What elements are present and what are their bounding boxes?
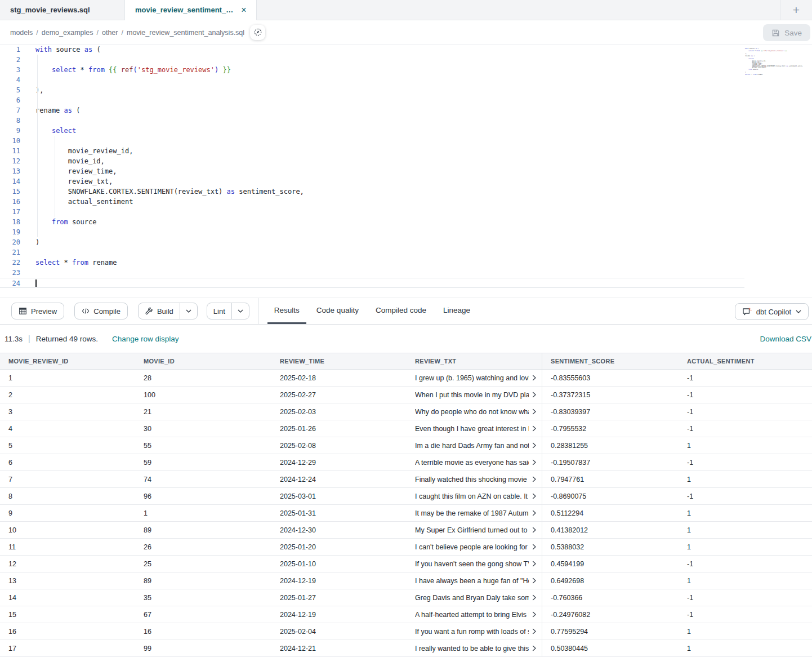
expand-cell-icon[interactable]: [532, 409, 537, 415]
code-line-3[interactable]: 3 select * from {{ ref('stg_movie_review…: [0, 65, 812, 75]
copilot-inline-button[interactable]: [250, 25, 265, 40]
code-line-23[interactable]: 23: [0, 268, 812, 278]
expand-cell-icon[interactable]: [532, 425, 537, 432]
code-line-13[interactable]: 13 review_time,: [0, 166, 812, 176]
new-tab-button[interactable]: +: [780, 0, 812, 20]
table-cell: If you want a fun romp with loads of s…: [407, 623, 542, 640]
code-line-20[interactable]: 20): [0, 237, 812, 247]
close-tab-icon[interactable]: ×: [241, 6, 246, 15]
code-line-1[interactable]: 1with source as (: [0, 45, 812, 55]
table-cell: 67: [135, 606, 271, 623]
expand-cell-icon[interactable]: [532, 628, 537, 634]
code-line-9[interactable]: 9 select: [0, 126, 812, 136]
table-cell: 0.41382012: [542, 522, 679, 538]
chevron-down-icon: [238, 309, 243, 313]
review-text: Im a die hard Dads Army fan and nothi…: [415, 442, 529, 450]
save-button[interactable]: Save: [763, 24, 810, 41]
table-cell: -1: [679, 387, 812, 403]
code-line-10[interactable]: 10: [0, 136, 812, 146]
column-header-actual_sentiment[interactable]: ACTUAL_SENTIMENT: [679, 353, 812, 369]
table-cell: 1: [679, 539, 812, 555]
code-line-5[interactable]: 5),: [0, 85, 812, 95]
column-header-review_txt[interactable]: REVIEW_TXT: [407, 353, 542, 369]
table-cell: A terrible movie as everyone has said. …: [407, 454, 542, 470]
build-dropdown-button[interactable]: [180, 303, 197, 319]
code-line-16[interactable]: 16 actual_sentiment: [0, 197, 812, 207]
table-cell: 96: [135, 488, 271, 504]
expand-cell-icon[interactable]: [532, 493, 537, 499]
column-header-movie_id[interactable]: MOVIE_ID: [135, 353, 271, 369]
tab-compiled-code[interactable]: Compiled code: [369, 298, 433, 324]
code-line-24[interactable]: 24: [0, 278, 744, 288]
code-line-18[interactable]: 18 from source: [0, 217, 812, 227]
column-header-movie_review_id[interactable]: MOVIE_REVIEW_ID: [0, 353, 135, 369]
review-text: Why do people who do not know what…: [415, 408, 529, 416]
code-editor[interactable]: 1with source as (23 select * from {{ ref…: [0, 45, 812, 298]
code-line-21[interactable]: 21: [0, 247, 812, 258]
line-number: 16: [0, 197, 20, 207]
code-line-6[interactable]: 6: [0, 95, 812, 105]
column-header-review_time[interactable]: REVIEW_TIME: [271, 353, 407, 369]
compile-button[interactable]: Compile: [74, 303, 128, 319]
preview-button[interactable]: Preview: [11, 303, 64, 319]
expand-cell-icon[interactable]: [532, 459, 537, 465]
line-number: 20: [0, 237, 20, 247]
expand-cell-icon[interactable]: [532, 510, 537, 516]
code-line-8[interactable]: 8: [0, 116, 812, 126]
expand-cell-icon[interactable]: [532, 645, 537, 651]
dbt-ide-window: stg_movie_reviews.sql movie_review_senti…: [0, 0, 812, 657]
lint-button[interactable]: Lint: [207, 303, 232, 319]
indent-guide: [55, 136, 55, 217]
line-number: 8: [0, 116, 20, 126]
code-line-11[interactable]: 11 movie_review_id,: [0, 146, 812, 156]
table-cell: 11: [0, 539, 135, 555]
lint-dropdown-button[interactable]: [232, 303, 249, 319]
table-row: 4302025-01-26Even though I have great in…: [0, 420, 812, 437]
table-cell: 14: [0, 589, 135, 606]
table-cell: 2025-01-27: [271, 589, 407, 606]
table-row: 13892024-12-19I have always been a huge …: [0, 572, 812, 589]
expand-cell-icon[interactable]: [532, 544, 537, 550]
table-cell: If you haven't seen the gong show TV s…: [407, 556, 542, 572]
review-text: Even though I have great interest in Bi…: [415, 425, 529, 433]
file-tab-label: movie_review_sentiment_…: [135, 6, 233, 14]
expand-cell-icon[interactable]: [532, 476, 537, 482]
table-cell: 1: [679, 471, 812, 487]
table-cell: 0.5112294: [542, 505, 679, 521]
expand-cell-icon[interactable]: [532, 611, 537, 618]
breadcrumb-item: demo_examples: [42, 29, 93, 37]
code-line-17[interactable]: 17: [0, 207, 812, 217]
file-tab-movie-review-sentiment[interactable]: movie_review_sentiment_… ×: [125, 0, 257, 20]
file-tab-stg-movie-reviews[interactable]: stg_movie_reviews.sql: [0, 0, 125, 20]
table-cell: 89: [135, 522, 271, 538]
expand-cell-icon[interactable]: [532, 442, 537, 449]
tab-code-quality[interactable]: Code quality: [310, 298, 365, 324]
review-text: I grew up (b. 1965) watching and lovin…: [415, 374, 529, 382]
code-line-15[interactable]: 15 SNOWFLAKE.CORTEX.SENTIMENT(review_txt…: [0, 187, 812, 197]
code-line-7[interactable]: 7rename as (: [0, 105, 812, 116]
table-cell: -0.7955532: [542, 420, 679, 437]
table-cell: 0.5388032: [542, 539, 679, 555]
code-line-14[interactable]: 14 review_txt,: [0, 176, 812, 187]
tab-lineage[interactable]: Lineage: [436, 298, 477, 324]
code-line-12[interactable]: 12 movie_id,: [0, 156, 812, 166]
code-line-19[interactable]: 19: [0, 227, 812, 237]
change-row-display-link[interactable]: Change row display: [112, 335, 179, 343]
tab-label: Compiled code: [376, 306, 426, 314]
review-text: If you want a fun romp with loads of s…: [415, 628, 529, 636]
download-csv-link[interactable]: Download CSV: [760, 335, 811, 343]
expand-cell-icon[interactable]: [532, 578, 537, 584]
build-button[interactable]: Build: [139, 303, 180, 319]
expand-cell-icon[interactable]: [532, 594, 537, 601]
expand-cell-icon[interactable]: [532, 375, 537, 381]
code-line-4[interactable]: 4: [0, 75, 812, 85]
expand-cell-icon[interactable]: [532, 561, 537, 567]
column-header-sentiment_score[interactable]: SENTIMENT_SCORE: [542, 353, 679, 369]
dbt-copilot-button[interactable]: dbt Copilot: [735, 303, 809, 320]
expand-cell-icon[interactable]: [532, 392, 537, 398]
code-line-22[interactable]: 22select * from rename: [0, 258, 812, 268]
expand-cell-icon[interactable]: [532, 527, 537, 533]
code-line-2[interactable]: 2: [0, 55, 812, 65]
tab-results[interactable]: Results: [267, 298, 306, 324]
review-text: It may be the remake of 1987 Autumn'…: [415, 509, 529, 517]
